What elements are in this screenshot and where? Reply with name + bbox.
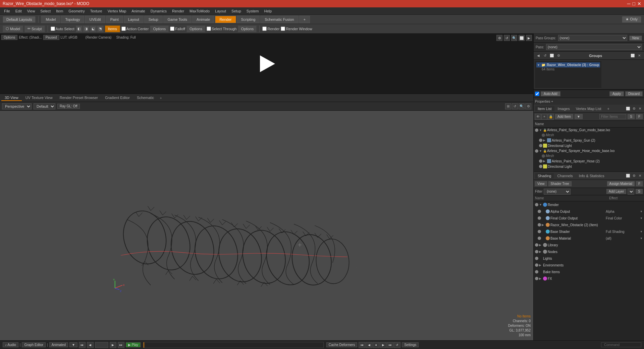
falloff-checkbox[interactable]	[170, 27, 174, 31]
il-row-6[interactable]: Mesh	[534, 153, 644, 158]
transport-icon-4[interactable]: ▶	[380, 342, 386, 348]
sh-row-final-color[interactable]: Final Color Output Final Color ▼	[534, 215, 644, 221]
menu-layout[interactable]: Layout	[212, 8, 229, 14]
sh-dropdown-base-material[interactable]: ▼	[640, 237, 643, 240]
vtab-schematic[interactable]: Schematic	[133, 95, 157, 101]
model-mode-btn[interactable]: ⬡ Model	[3, 26, 23, 32]
sh-settings-icon[interactable]: ⚙	[631, 173, 637, 179]
sh-shader-tree-btn[interactable]: Shader Tree	[548, 181, 572, 186]
menu-max-to-modo[interactable]: MaxToModo	[187, 8, 212, 14]
menu-view[interactable]: View	[24, 8, 38, 14]
sculpt-btn[interactable]: ✏ Sculpt	[24, 26, 45, 32]
add-item-dropdown[interactable]: ▼	[575, 114, 583, 119]
vp-icon-settings[interactable]: ⚙	[525, 103, 531, 109]
rp-icon-5[interactable]: ▶	[526, 35, 532, 41]
sh-view-btn[interactable]: View	[535, 181, 547, 186]
action-center-checkbox[interactable]	[121, 27, 126, 31]
render-checkbox[interactable]	[262, 27, 267, 31]
viewport-default-select[interactable]: Default	[34, 103, 55, 109]
only-btn[interactable]: ★ Only	[622, 16, 641, 23]
animated-btn[interactable]: Animated	[49, 342, 68, 347]
il-row-8[interactable]: Directional Light	[534, 164, 644, 169]
il-row-1[interactable]: ▼ 🔒 Airless_Paint_Spray_Gun_modo_base.lx…	[534, 128, 644, 133]
rp-paused-btn[interactable]: Paused	[43, 35, 59, 40]
sh-dropdown-base-shader[interactable]: ▼	[640, 230, 643, 233]
pass-select[interactable]: (none)	[546, 44, 642, 50]
il-row-5[interactable]: ▼ 🔒 Airless_Paint_Sprayer_Hose_modo_base…	[534, 148, 644, 153]
vp-icon-refresh[interactable]: ↺	[512, 103, 518, 109]
transport-prev-btn[interactable]: ◀	[87, 342, 94, 348]
command-input[interactable]: Command	[601, 342, 641, 347]
pass-groups-new-btn[interactable]: New	[629, 36, 642, 41]
il-row-2[interactable]: Mesh	[534, 133, 644, 138]
sh-expand-icon[interactable]: ⬜	[625, 173, 631, 179]
vp-icon-search[interactable]: 🔍	[519, 103, 525, 109]
tab-topology[interactable]: Topology	[61, 16, 84, 23]
sh-tab-channels[interactable]: Channels	[554, 173, 575, 179]
il-row-4[interactable]: Directional Light	[534, 143, 644, 148]
transport-icon-1[interactable]: ⏮	[359, 342, 365, 348]
menu-dynamics[interactable]: Dynamics	[148, 8, 169, 14]
groups-icon-2[interactable]: ↺	[542, 53, 548, 58]
frame-input[interactable]: 0	[95, 342, 108, 348]
add-layer-btn[interactable]: Add Layer	[606, 189, 627, 194]
il-lock-icon[interactable]: 🔒	[548, 114, 554, 120]
apply-btn[interactable]: Apply	[609, 91, 624, 96]
transport-to-start-btn[interactable]: ⏮	[79, 342, 86, 348]
groups-icon-3[interactable]: ⬜	[549, 53, 554, 58]
rp-options-btn[interactable]: Options	[1, 35, 17, 40]
close-btn[interactable]: ✕	[637, 1, 641, 6]
sh-dropdown-final-color[interactable]: ▼	[640, 217, 643, 220]
vtab-add[interactable]: +	[158, 95, 164, 101]
sh-tab-info[interactable]: Info & Statistics	[576, 173, 607, 179]
menu-setup[interactable]: Setup	[229, 8, 244, 14]
vtab-render-preset[interactable]: Render Preset Browser	[56, 95, 101, 101]
pass-groups-select[interactable]: (none)	[558, 35, 627, 41]
groups-close[interactable]: ✕	[637, 53, 642, 58]
menu-edit[interactable]: Edit	[13, 8, 24, 14]
menu-animate[interactable]: Animate	[129, 8, 148, 14]
transport-icon-5[interactable]: ⏭	[387, 342, 393, 348]
group-item-razor-wire[interactable]: ▼ 📁 Razor_Wire_Obstacle (3) : Group	[536, 62, 600, 67]
rp-icon-1[interactable]: ⚙	[496, 35, 502, 41]
il-close-icon[interactable]: ✕	[637, 106, 643, 111]
transport-icon-6[interactable]: ↺	[394, 342, 400, 348]
animated-dropdown-btn[interactable]: ▼	[69, 342, 77, 347]
il-row-7[interactable]: ▶ Airless_Paint_Sprayer_Hose (2)	[534, 158, 644, 164]
groups-icon-1[interactable]: ◀	[536, 53, 541, 58]
add-item-btn[interactable]: Add Item	[555, 114, 573, 119]
rp-icon-3[interactable]: 🔍	[511, 35, 517, 41]
menu-select[interactable]: Select	[38, 8, 53, 14]
menu-vertex-map[interactable]: Vertex Map	[105, 8, 129, 14]
timeline-track[interactable]	[143, 342, 324, 348]
sh-tab-shading[interactable]: Shading	[535, 173, 554, 179]
options-btn-1[interactable]: Options	[150, 26, 169, 32]
sh-row-base-material[interactable]: Base Material (all) ▼	[534, 235, 644, 242]
tab-add[interactable]: +	[299, 16, 310, 23]
menu-item[interactable]: Item	[53, 8, 66, 14]
sh-row-bake[interactable]: Bake Items	[534, 268, 644, 275]
groups-icon-4[interactable]: ⚙	[556, 53, 561, 58]
sh-row-library[interactable]: ▶ Library	[534, 242, 644, 248]
icon-btn-4[interactable]: ⬔	[97, 26, 104, 32]
menu-render[interactable]: Render	[169, 8, 187, 14]
vp-icon-grid[interactable]: ⊞	[505, 103, 511, 109]
tab-model[interactable]: Model	[41, 16, 60, 23]
tab-paint[interactable]: Paint	[106, 16, 123, 23]
transport-to-end-btn[interactable]: ⏭	[118, 342, 124, 348]
render-window-checkbox[interactable]	[281, 27, 285, 31]
menu-help[interactable]: Help	[261, 8, 274, 14]
graph-editor-btn[interactable]: Graph Editor	[22, 342, 46, 347]
default-layouts-btn[interactable]: Default Layouts	[3, 16, 36, 23]
icon-btn-2[interactable]: ◨	[83, 26, 90, 32]
icon-btn-1[interactable]: ◧	[76, 26, 83, 32]
sh-row-environments[interactable]: ▶ Environments	[534, 262, 644, 268]
sh-row-lights[interactable]: Lights	[534, 255, 644, 262]
vtab-gradient-editor[interactable]: Gradient Editor	[102, 95, 133, 101]
il-settings-icon[interactable]: ⚙	[631, 106, 637, 111]
add-layer-dropdown[interactable]: ▼	[628, 189, 634, 195]
ray-gl-btn[interactable]: Ray GL: Off	[57, 104, 80, 109]
viewport-canvas[interactable]: X Y Z No Items Channels: 0 Deformers: ON	[0, 111, 533, 340]
tab-layout[interactable]: Layout	[124, 16, 144, 23]
sh-row-base-shader[interactable]: Base Shader Full Shading ▼	[534, 228, 644, 235]
